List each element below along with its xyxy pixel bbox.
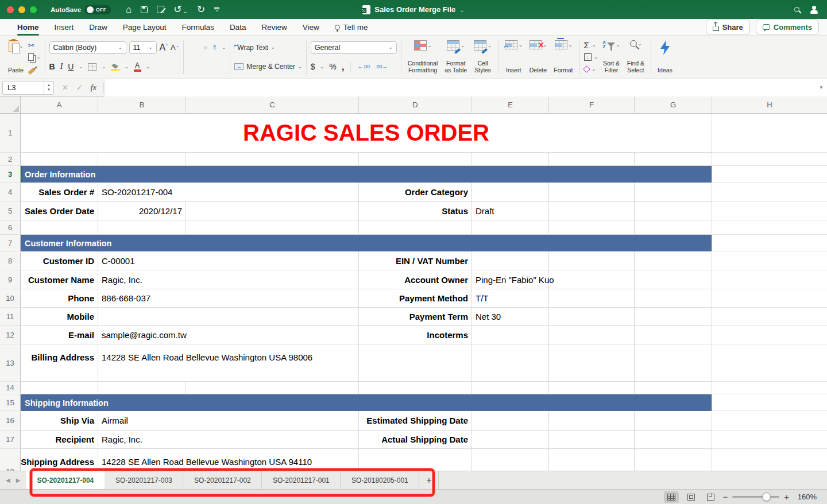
cell[interactable]	[186, 202, 359, 220]
tab-review[interactable]: Review	[261, 19, 287, 36]
decrease-decimal-icon[interactable]: .00→	[375, 64, 388, 69]
cell[interactable]	[712, 326, 827, 344]
cell[interactable]	[549, 344, 635, 382]
zoom-in-icon[interactable]: +	[784, 492, 789, 502]
tab-data[interactable]: Data	[230, 19, 246, 36]
autosave-toggle[interactable]: AutoSave OFF	[51, 5, 111, 14]
format-as-table-button[interactable]: ⌄ Formatas Table	[442, 39, 469, 75]
edit-icon[interactable]	[157, 6, 164, 13]
column-header-b[interactable]: B	[98, 96, 186, 113]
wrap-text-button[interactable]: ↩ Wrap Text ⌄	[234, 41, 302, 55]
customize-toolbar-icon[interactable]	[214, 7, 219, 11]
font-size-select[interactable]: 11 ⌄	[129, 41, 157, 54]
zoom-out-icon[interactable]: −	[722, 492, 728, 502]
cell-email-value[interactable]: sample@ragic.com.tw	[98, 326, 359, 344]
row-header-16[interactable]: 16	[0, 411, 21, 431]
tab-home[interactable]: Home	[17, 19, 39, 36]
tab-page-layout[interactable]: Page Layout	[123, 19, 167, 36]
find-select-button[interactable]: ⌄ Find &Select	[625, 39, 647, 75]
cell[interactable]	[635, 251, 712, 270]
cancel-icon[interactable]: ✕	[62, 83, 68, 92]
cell-mobile-label[interactable]: Mobile	[21, 308, 98, 326]
borders-chevron-icon[interactable]: ⌄	[102, 64, 106, 69]
row-header-15[interactable]: 15	[0, 394, 21, 411]
number-format-select[interactable]: General ⌄	[311, 41, 397, 54]
cell[interactable]	[635, 220, 712, 235]
cell-order-category-value[interactable]	[472, 183, 549, 202]
cell[interactable]	[549, 270, 635, 289]
cell[interactable]	[186, 220, 359, 235]
cell[interactable]	[712, 153, 827, 166]
cell[interactable]	[359, 344, 472, 382]
column-header-g[interactable]: G	[635, 96, 712, 113]
column-header-a[interactable]: A	[21, 96, 98, 113]
row-header-13[interactable]: 13	[0, 344, 21, 382]
zoom-level[interactable]: 160%	[794, 493, 817, 501]
cell[interactable]	[98, 382, 186, 394]
cell-email-label[interactable]: E-mail	[21, 326, 98, 344]
sheet-tab-so-20201217-003[interactable]: SO-20201217-003	[105, 471, 183, 489]
comments-button[interactable]: Comments	[756, 20, 819, 34]
name-box[interactable]: L3	[2, 81, 44, 95]
cell[interactable]	[712, 235, 827, 251]
format-cells-button[interactable]: ⌄ Format	[551, 39, 575, 75]
column-header-c[interactable]: C	[186, 96, 359, 113]
percent-icon[interactable]: %	[329, 63, 336, 71]
row-header-5[interactable]: 5	[0, 202, 21, 220]
undo-button[interactable]: ↺ ⌄	[173, 5, 188, 14]
zoom-slider[interactable]	[732, 496, 779, 498]
tell-me-button[interactable]: Tell me	[335, 23, 368, 32]
cell[interactable]	[712, 382, 827, 394]
underline-button[interactable]: U	[68, 63, 74, 71]
cell[interactable]	[359, 449, 472, 471]
cell-payment-term-label[interactable]: Payment Term	[359, 308, 472, 326]
cell-ein-vat-label[interactable]: EIN / VAT Number	[359, 251, 472, 270]
row-header-18[interactable]: 18	[0, 449, 21, 471]
cell-ship-via-label[interactable]: Ship Via	[21, 411, 98, 431]
cell-billing-address-label[interactable]: Billing Address	[21, 344, 98, 382]
formula-bar-expand-icon[interactable]: ▼	[816, 79, 827, 96]
cell[interactable]	[98, 153, 186, 166]
cell[interactable]	[635, 183, 712, 202]
cell[interactable]	[712, 251, 827, 270]
underline-chevron-icon[interactable]: ⌄	[79, 64, 83, 69]
cell[interactable]	[549, 449, 635, 471]
bold-button[interactable]: B	[49, 63, 55, 71]
save-icon[interactable]	[141, 6, 148, 13]
cell[interactable]	[21, 153, 98, 166]
cell-account-owner-label[interactable]: Account Owner	[359, 270, 472, 289]
increase-decimal-icon[interactable]: ←.00	[357, 64, 370, 69]
copy-icon[interactable]	[28, 53, 34, 61]
cell-recipient-label[interactable]: Recipient	[21, 431, 98, 449]
cell[interactable]	[549, 411, 635, 431]
cell[interactable]	[635, 202, 712, 220]
cell-shipping-address-value[interactable]: 14228 SE Allen Road Bellevue Washington …	[98, 449, 359, 471]
name-box-spinner[interactable]: ▲ ▼	[44, 81, 54, 95]
cell[interactable]	[549, 289, 635, 308]
cell-mobile-value[interactable]	[98, 308, 359, 326]
cell[interactable]	[712, 308, 827, 326]
sort-filter-button[interactable]: AZ⌄ Sort &Filter	[600, 39, 622, 75]
cell[interactable]	[635, 326, 712, 344]
cell-actual-shipping-value[interactable]	[472, 431, 549, 449]
search-icon[interactable]	[794, 7, 799, 12]
title-chevron-icon[interactable]: ⌄	[459, 7, 464, 13]
cell[interactable]	[549, 220, 635, 235]
row-header-2[interactable]: 2	[0, 153, 21, 166]
clear-icon[interactable]	[583, 65, 590, 73]
cell[interactable]	[186, 153, 359, 166]
tab-formulas[interactable]: Formulas	[182, 19, 214, 36]
insert-function-icon[interactable]: fx	[91, 83, 96, 92]
enter-icon[interactable]: ✓	[76, 83, 83, 92]
cell-sales-order-label[interactable]: Sales Order #	[21, 183, 98, 202]
font-name-select[interactable]: Calibri (Body) ⌄	[49, 41, 126, 54]
cell[interactable]	[549, 153, 635, 166]
column-header-f[interactable]: F	[549, 96, 635, 113]
minimize-window-button[interactable]	[18, 6, 25, 13]
cell[interactable]	[186, 382, 359, 394]
cell[interactable]	[635, 382, 712, 394]
cell-recipient-value[interactable]: Ragic, Inc.	[98, 431, 359, 449]
cell-order-category-label[interactable]: Order Category	[359, 183, 472, 202]
decrease-font-icon[interactable]: A⌄	[171, 44, 179, 51]
row-header-6[interactable]: 6	[0, 220, 21, 235]
